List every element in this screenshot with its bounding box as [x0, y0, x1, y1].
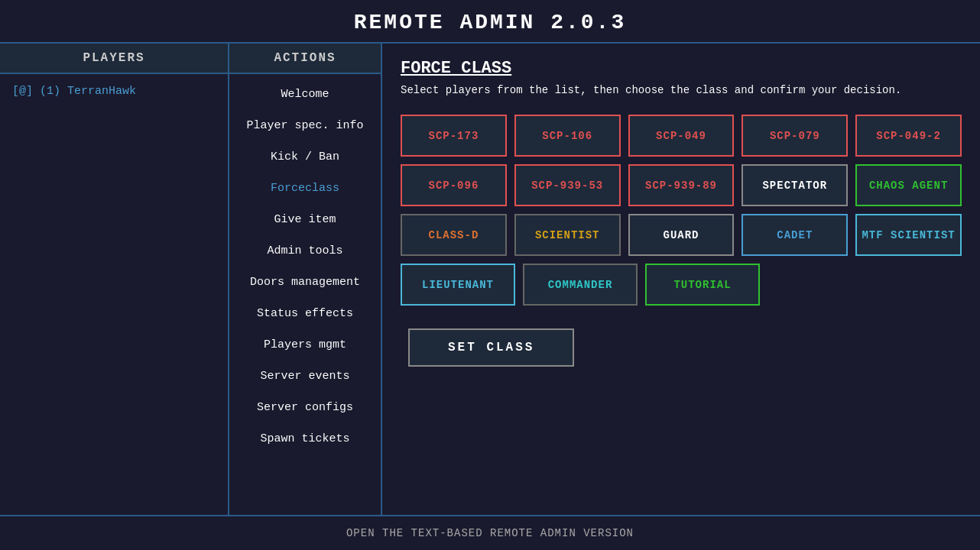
class-grid: SCP-173 SCP-106 SCP-049 SCP-079 SCP-049-… — [401, 115, 962, 306]
action-admin-tools[interactable]: Admin tools — [229, 237, 381, 265]
set-class-container: SET CLASS — [401, 328, 962, 367]
class-mtf-scientist[interactable]: MTF SCIENTIST — [855, 214, 962, 256]
force-class-title: FORCE CLASS — [401, 59, 962, 78]
class-scp-173[interactable]: SCP-173 — [401, 115, 507, 157]
class-chaos-agent[interactable]: CHAOS AGENT — [855, 164, 962, 206]
actions-panel-header: ACTIONS — [229, 44, 381, 74]
class-scp-106[interactable]: SCP-106 — [514, 115, 621, 157]
footer-text-based[interactable]: OPEN THE TEXT-BASED REMOTE ADMIN VERSION — [0, 515, 980, 550]
actions-panel: ACTIONS Welcome Player spec. info Kick /… — [229, 44, 382, 515]
action-forceclass[interactable]: Forceclass — [229, 174, 381, 202]
action-server-events[interactable]: Server events — [229, 362, 381, 390]
app-header: REMOTE ADMIN 2.0.3 — [0, 0, 980, 44]
action-welcome[interactable]: Welcome — [229, 80, 381, 108]
class-cadet[interactable]: CADET — [741, 214, 848, 256]
force-class-description: Select players from the list, then choos… — [401, 84, 962, 96]
class-scp-939-89[interactable]: SCP-939-89 — [628, 164, 735, 206]
content-panel: FORCE CLASS Select players from the list… — [382, 44, 980, 515]
action-doors-management[interactable]: Doors management — [229, 268, 381, 296]
action-spawn-tickets[interactable]: Spawn tickets — [229, 425, 381, 453]
actions-list: Welcome Player spec. info Kick / Ban For… — [229, 74, 381, 515]
action-server-configs[interactable]: Server configs — [229, 393, 381, 422]
app-title: REMOTE ADMIN 2.0.3 — [354, 11, 626, 34]
class-spectator[interactable]: SPECTATOR — [741, 164, 848, 206]
class-guard[interactable]: GUARD — [628, 214, 735, 256]
main-layout: PLAYERS [@] (1) TerranHawk ACTIONS Welco… — [0, 44, 980, 515]
class-scp-079[interactable]: SCP-079 — [741, 115, 848, 157]
action-players-mgmt[interactable]: Players mgmt — [229, 331, 381, 359]
class-scp-939-53[interactable]: SCP-939-53 — [514, 164, 621, 206]
action-status-effects[interactable]: Status effects — [229, 299, 381, 328]
class-class-d[interactable]: CLASS-D — [401, 214, 507, 256]
player-entry[interactable]: [@] (1) TerranHawk — [8, 82, 220, 101]
class-row-4: LIEUTENANT COMMANDER TUTORIAL — [401, 264, 962, 306]
class-row-1: SCP-173 SCP-106 SCP-049 SCP-079 SCP-049-… — [401, 115, 962, 157]
players-list: [@] (1) TerranHawk — [0, 74, 228, 515]
class-tutorial[interactable]: TUTORIAL — [645, 264, 760, 306]
players-panel: PLAYERS [@] (1) TerranHawk — [0, 44, 229, 515]
action-player-spec-info[interactable]: Player spec. info — [229, 112, 381, 140]
action-kick-ban[interactable]: Kick / Ban — [229, 143, 381, 171]
class-row-2: SCP-096 SCP-939-53 SCP-939-89 SPECTATOR … — [401, 164, 962, 206]
players-panel-header: PLAYERS — [0, 44, 228, 74]
class-scientist[interactable]: SCIENTIST — [514, 214, 621, 256]
class-row-3: CLASS-D SCIENTIST GUARD CADET MTF SCIENT… — [401, 214, 962, 256]
action-give-item[interactable]: Give item — [229, 205, 381, 234]
class-scp-096[interactable]: SCP-096 — [401, 164, 507, 206]
set-class-button[interactable]: SET CLASS — [408, 328, 574, 367]
class-commander[interactable]: COMMANDER — [523, 264, 638, 306]
class-scp-049-2[interactable]: SCP-049-2 — [855, 115, 962, 157]
class-scp-049[interactable]: SCP-049 — [628, 115, 735, 157]
class-lieutenant[interactable]: LIEUTENANT — [401, 264, 515, 306]
